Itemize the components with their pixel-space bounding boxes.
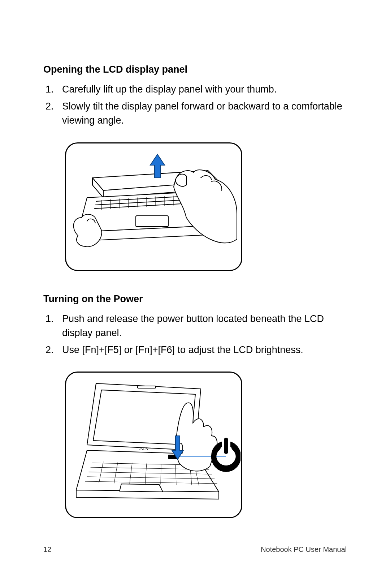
steps-open-lcd: Carefully lift up the display panel with…: [43, 82, 347, 128]
list-item: Slowly tilt the display panel forward or…: [62, 99, 347, 128]
steps-power-on: Push and release the power button locate…: [43, 312, 347, 357]
list-item: Carefully lift up the display panel with…: [62, 82, 347, 96]
page-footer: 12 Notebook PC User Manual: [43, 540, 347, 554]
svg-rect-24: [138, 386, 156, 388]
illustration-power-on: /SUS: [65, 372, 242, 518]
manual-page: Opening the LCD display panel Carefully …: [0, 0, 390, 588]
section-heading-power-on: Turning on the Power: [43, 293, 347, 305]
page-number: 12: [43, 545, 51, 554]
section-heading-open-lcd: Opening the LCD display panel: [43, 63, 347, 76]
doc-title: Notebook PC User Manual: [261, 545, 347, 554]
svg-marker-42: [120, 484, 163, 492]
list-item: Use [Fn]+[F5] or [Fn]+[F6] to adjust the…: [62, 343, 347, 357]
laptop-power-icon: /SUS: [67, 373, 240, 517]
svg-rect-5: [136, 216, 168, 227]
svg-text:/SUS: /SUS: [139, 447, 148, 451]
laptop-open-icon: [67, 145, 240, 268]
list-item: Push and release the power button locate…: [62, 312, 347, 340]
illustration-open-lcd: [65, 142, 242, 271]
svg-rect-47: [224, 438, 228, 454]
